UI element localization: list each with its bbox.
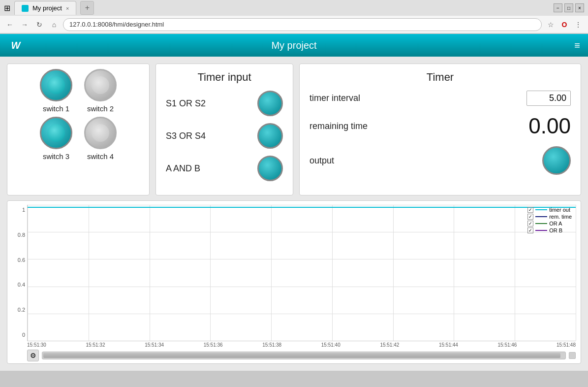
main-content: switch 1 switch 2 switch 3 <box>0 57 588 371</box>
legend-check-or-a[interactable]: ✓ <box>527 221 533 226</box>
grid-v-8 <box>515 205 515 341</box>
more-button[interactable]: ⋮ <box>572 19 584 31</box>
a-and-b-indicator <box>257 156 283 181</box>
grid-v-4 <box>271 205 272 341</box>
grid-v-0 <box>28 205 28 341</box>
switch-item-1: switch 1 <box>40 69 72 113</box>
legend-line-or-b <box>535 230 547 231</box>
timer-interval-row: timer interval <box>309 91 571 106</box>
x-label-2: 15:51:34 <box>145 342 164 348</box>
minimize-button[interactable]: − <box>554 3 562 12</box>
legend-or-a: ✓ OR A <box>527 221 572 226</box>
timer-input-row-3: A AND B <box>166 156 283 181</box>
maximize-button[interactable]: □ <box>564 3 573 12</box>
timer-remaining-row: remaining time 0.00 <box>309 114 571 138</box>
title-bar: ⊞ My project × + − □ × <box>0 0 588 16</box>
switch-item-3: switch 3 <box>40 117 72 161</box>
bookmark-button[interactable]: ☆ <box>545 19 557 31</box>
x-label-6: 15:51:42 <box>380 342 399 348</box>
forward-button[interactable]: → <box>19 19 31 31</box>
browser-icon: ⊞ <box>4 3 10 13</box>
switch-2-label: switch 2 <box>87 104 114 113</box>
back-button[interactable]: ← <box>4 19 16 31</box>
close-window-button[interactable]: × <box>575 3 584 12</box>
timer-panel: Timer timer interval remaining time 0.00… <box>299 64 581 195</box>
y-label-06: 0.6 <box>12 257 25 263</box>
x-label-3: 15:51:36 <box>204 342 223 348</box>
grid-v-9 <box>576 205 576 341</box>
legend-line-rem-time <box>535 216 547 217</box>
timer-title: Timer <box>309 71 571 84</box>
x-label-5: 15:51:40 <box>321 342 340 348</box>
y-label-02: 0.2 <box>12 307 25 313</box>
legend-check-timer-out[interactable]: ✓ <box>527 207 533 213</box>
switch-1-button[interactable] <box>40 69 72 101</box>
legend-label-or-a: OR A <box>549 221 562 226</box>
new-tab-button[interactable]: + <box>80 1 94 15</box>
legend-or-b: ✓ OR B <box>527 227 572 233</box>
opera-button[interactable]: O <box>558 19 570 31</box>
switch-1-label: switch 1 <box>43 104 69 113</box>
switch-1-inner <box>47 76 65 94</box>
refresh-button[interactable]: ↻ <box>33 19 45 31</box>
timer-input-row-1: S1 OR S2 <box>166 91 283 116</box>
navigation-bar: ← → ↻ ⌂ 127.0.0.1:8008/hmi/designer.html… <box>0 16 588 33</box>
s3-or-s4-indicator <box>257 123 283 149</box>
legend-label-or-b: OR B <box>549 227 562 233</box>
app-logo: W <box>8 37 24 53</box>
s3-or-s4-label: S3 OR S4 <box>166 131 206 141</box>
y-label-1: 1 <box>12 207 25 213</box>
x-label-8: 15:51:46 <box>498 342 517 348</box>
grid-v-3 <box>210 205 211 341</box>
legend-check-rem-time[interactable]: ✓ <box>527 214 533 220</box>
grid-h-1 <box>28 232 576 232</box>
active-tab[interactable]: My project × <box>14 1 76 15</box>
timer-input-title: Timer input <box>166 71 283 84</box>
switch-3-inner <box>47 124 65 142</box>
url-bar[interactable]: 127.0.0.1:8008/hmi/designer.html <box>63 18 542 31</box>
tab-favicon <box>22 5 29 12</box>
timer-remaining-label: remaining time <box>309 121 368 131</box>
top-row: switch 1 switch 2 switch 3 <box>7 64 581 195</box>
x-label-0: 15:51:30 <box>27 342 46 348</box>
s1-or-s2-label: S1 OR S2 <box>166 98 206 109</box>
chart-container: 1 0.8 0.6 0.4 0.2 0 <box>12 205 576 348</box>
scrollbar-thumb <box>43 353 560 358</box>
switch-4-label: switch 4 <box>87 152 114 161</box>
a-and-b-label: A AND B <box>166 163 200 174</box>
switch-item-4: switch 4 <box>84 117 117 161</box>
grid-h-3 <box>28 287 576 287</box>
s1-or-s2-indicator <box>257 91 283 116</box>
logo-text: W <box>11 40 21 51</box>
switch-4-button[interactable] <box>84 117 117 149</box>
y-label-0: 0 <box>12 332 25 338</box>
timer-interval-input[interactable] <box>526 91 571 106</box>
switch-2-button[interactable] <box>84 69 117 101</box>
switch-3-button[interactable] <box>40 117 72 149</box>
chart-area: 1 0.8 0.6 0.4 0.2 0 <box>7 200 581 364</box>
switch-row-1: switch 1 switch 2 <box>12 69 144 113</box>
chart-scrollbar[interactable] <box>42 352 566 359</box>
legend-check-or-b[interactable]: ✓ <box>527 227 533 233</box>
timer-remaining-value: 0.00 <box>528 114 571 138</box>
grid-v-7 <box>454 205 454 341</box>
gear-button[interactable]: ⚙ <box>27 350 39 361</box>
url-text: 127.0.0.1:8008/hmi/designer.html <box>69 21 164 28</box>
grid-h-2 <box>28 259 576 259</box>
grid-v-1 <box>89 205 89 341</box>
home-button[interactable]: ⌂ <box>48 19 60 31</box>
switch-4-inner <box>92 124 109 142</box>
chart-legend: ✓ timer out ✓ rem. time ✓ OR A ✓ <box>527 207 572 233</box>
legend-rem-time: ✓ rem. time <box>527 214 572 220</box>
chart-line-timer-out <box>28 207 576 208</box>
tab-close-button[interactable]: × <box>66 5 69 11</box>
switch-panel: switch 1 switch 2 switch 3 <box>7 64 150 195</box>
y-label-08: 0.8 <box>12 232 25 238</box>
switch-3-label: switch 3 <box>43 152 69 161</box>
scrollbar-end-handle[interactable] <box>569 352 576 359</box>
switch-item-2: switch 2 <box>84 69 117 113</box>
tab-title: My project <box>32 4 62 12</box>
y-label-04: 0.4 <box>12 282 25 288</box>
menu-icon[interactable]: ≡ <box>574 40 580 51</box>
switch-row-2: switch 3 switch 4 <box>12 117 144 161</box>
